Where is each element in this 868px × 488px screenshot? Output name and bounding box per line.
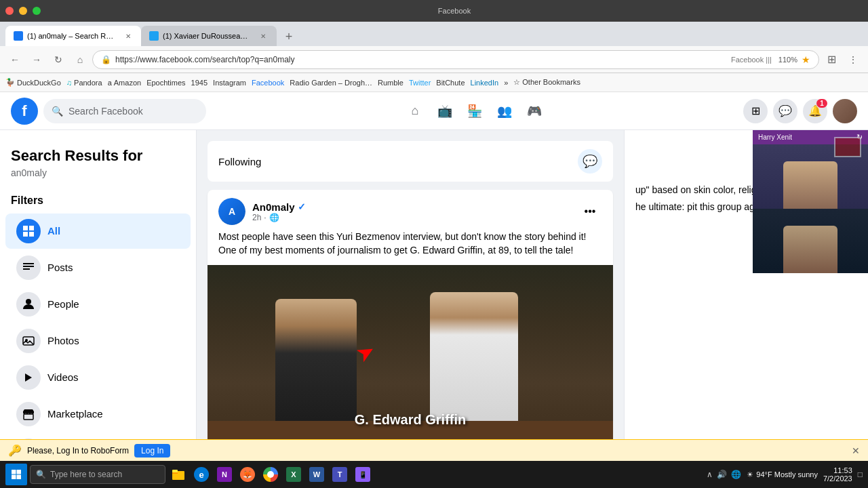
svg-marker-10 [25, 373, 32, 382]
1945-label: 1945 [191, 79, 208, 87]
bookmark-twitter[interactable]: Twitter [409, 79, 431, 87]
other-bookmarks-label: ☆ Other Bookmarks [513, 78, 580, 87]
home-nav-btn[interactable]: ⌂ [401, 98, 429, 125]
marketplace-nav-btn[interactable]: 🏪 [461, 98, 488, 125]
svg-rect-2 [23, 232, 28, 237]
fb-content: Search Results for an0maly Filters All P… [0, 130, 868, 488]
clock-display[interactable]: 11:53 7/2/2023 [823, 466, 852, 483]
filter-marketplace-label: Marketplace [47, 408, 103, 420]
svg-rect-3 [29, 232, 34, 237]
following-messenger-icon[interactable]: 💬 [578, 149, 602, 174]
back-btn[interactable]: ← [5, 50, 24, 69]
taskbar-firefox[interactable]: 🦊 [237, 464, 258, 485]
taskbar-file-explorer[interactable] [168, 464, 189, 485]
bookmark-1945[interactable]: 1945 [191, 79, 208, 87]
network-icon[interactable]: 🌐 [731, 470, 741, 479]
new-tab-btn[interactable]: + [279, 27, 298, 46]
inactive-tab[interactable]: (1) Xaviaer DuRousseau on Tw… ✕ [141, 26, 277, 46]
address-bar[interactable]: 🔒 https://www.facebook.com/search/top?q=… [92, 50, 819, 69]
taskbar: 🔍 Type here to search e N 🦊 X W T 📱 ∧ 🔊 … [0, 461, 868, 488]
second-caller-video [753, 209, 868, 273]
facebook-app: f 🔍 Search Facebook ⌂ 📺 🏪 👥 🎮 ⊞ 💬 🔔 1 [0, 92, 868, 472]
taskbar-edge[interactable]: e [191, 464, 212, 485]
bookmark-instagram[interactable]: Instagram [213, 79, 246, 87]
taskbar-teams[interactable]: T [330, 464, 350, 485]
notification-tray-icon[interactable]: □ [858, 470, 863, 479]
close-btn[interactable] [5, 7, 14, 15]
filter-videos[interactable]: Videos [5, 360, 191, 395]
svg-rect-22 [17, 475, 22, 480]
speaker-icon[interactable]: 🔊 [717, 470, 727, 479]
extensions-btn[interactable]: ⊞ [822, 50, 841, 69]
search-query: an0maly [11, 167, 185, 178]
filter-all[interactable]: All [5, 214, 191, 249]
bookmark-epochtimes[interactable]: Epochtimes [146, 79, 185, 87]
tab-favicon [14, 31, 23, 41]
filter-all-label: All [47, 225, 60, 237]
bookmark-label: DuckDuckGo [17, 79, 61, 87]
active-tab[interactable]: (1) an0maly – Search Results … ✕ [5, 26, 141, 46]
roboform-close-btn[interactable]: ✕ [852, 445, 860, 456]
file-explorer-icon [171, 467, 186, 482]
profile-avatar[interactable] [833, 99, 857, 123]
apps-btn[interactable]: ⊞ [743, 99, 768, 123]
extra-app-icon: 📱 [355, 467, 370, 482]
bookmark-duckduckgo[interactable]: 🦆 DuckDuckGo [5, 78, 61, 87]
bookmark-bitchute[interactable]: BitChute [436, 79, 465, 87]
filter-posts[interactable]: Posts [5, 250, 191, 285]
taskbar-search-bar[interactable]: 🔍 Type here to search [30, 465, 165, 484]
taskbar-excel[interactable]: X [283, 464, 304, 485]
windows-start-btn[interactable] [5, 464, 27, 485]
fb-search-bar[interactable]: 🔍 Search Facebook [43, 99, 206, 123]
filter-photos[interactable]: Photos [5, 323, 191, 359]
svg-rect-24 [172, 472, 178, 474]
messenger-btn[interactable]: 💬 [773, 99, 797, 123]
bookmark-more[interactable]: » [504, 79, 508, 87]
browser-menu-btn[interactable]: ⋮ [844, 50, 863, 69]
home-btn[interactable]: ⌂ [71, 50, 90, 69]
post-author-avatar[interactable]: A [218, 198, 245, 225]
taskbar-chrome[interactable] [260, 464, 281, 485]
facebook-logo[interactable]: f [11, 98, 38, 125]
svg-rect-19 [12, 470, 16, 474]
bookmark-star[interactable]: ★ [802, 54, 810, 65]
search-results-title: Search Results for [11, 146, 185, 166]
bookmark-label: Pandora [74, 79, 102, 87]
bookmark-linkedin[interactable]: LinkedIn [471, 79, 499, 87]
maximize-btn[interactable] [33, 7, 41, 15]
filter-marketplace[interactable]: Marketplace [5, 396, 191, 432]
instagram-label: Instagram [213, 79, 246, 87]
watch-nav-btn[interactable]: 📺 [431, 98, 458, 125]
bookmark-other[interactable]: ☆ Other Bookmarks [513, 78, 580, 87]
post-header: A An0maly ✓ 2h · 🌐 •• [208, 190, 613, 230]
video-thumbnail[interactable]: ➤ G. Edward Griffin [208, 265, 613, 462]
tab-close-btn[interactable]: ✕ [124, 30, 133, 41]
roboform-login-btn[interactable]: Log In [134, 444, 170, 458]
bookmark-rumble[interactable]: Rumble [378, 79, 403, 87]
second-caller-figure [783, 226, 837, 273]
filter-people[interactable]: People [5, 287, 191, 322]
bookmark-pandora[interactable]: ♫ Pandora [66, 79, 102, 87]
post-more-btn[interactable]: ••• [578, 199, 602, 224]
gaming-nav-btn[interactable]: 🎮 [521, 98, 548, 125]
bookmark-amazon[interactable]: a Amazon [108, 79, 141, 87]
chevron-up-icon[interactable]: ∧ [707, 470, 713, 479]
linkedin-label: LinkedIn [471, 79, 499, 87]
roboform-message: Please, Log In to RoboForm [27, 446, 129, 455]
tab-label: (1) an0maly – Search Results … [27, 32, 117, 40]
groups-nav-btn[interactable]: 👥 [491, 98, 518, 125]
chrome-icon [263, 467, 278, 482]
reload-btn[interactable]: ↻ [49, 50, 68, 69]
taskbar-word[interactable]: W [307, 464, 327, 485]
roboform-bar: 🔑 Please, Log In to RoboForm Log In ✕ [0, 439, 868, 461]
tab2-close-btn[interactable]: ✕ [258, 30, 269, 41]
bookmark-facebook[interactable]: Facebook [252, 79, 284, 87]
taskbar-onenote[interactable]: N [214, 464, 235, 485]
minimize-btn[interactable] [19, 7, 27, 15]
post-time: 2h [252, 213, 261, 222]
taskbar-app-extra[interactable]: 📱 [353, 464, 373, 485]
excel-icon: X [286, 467, 301, 482]
forward-btn[interactable]: → [27, 50, 46, 69]
bookmark-radio-garden[interactable]: Radio Garden – Drogh… [290, 79, 372, 87]
taskbar-search-placeholder: Type here to search [50, 470, 122, 479]
